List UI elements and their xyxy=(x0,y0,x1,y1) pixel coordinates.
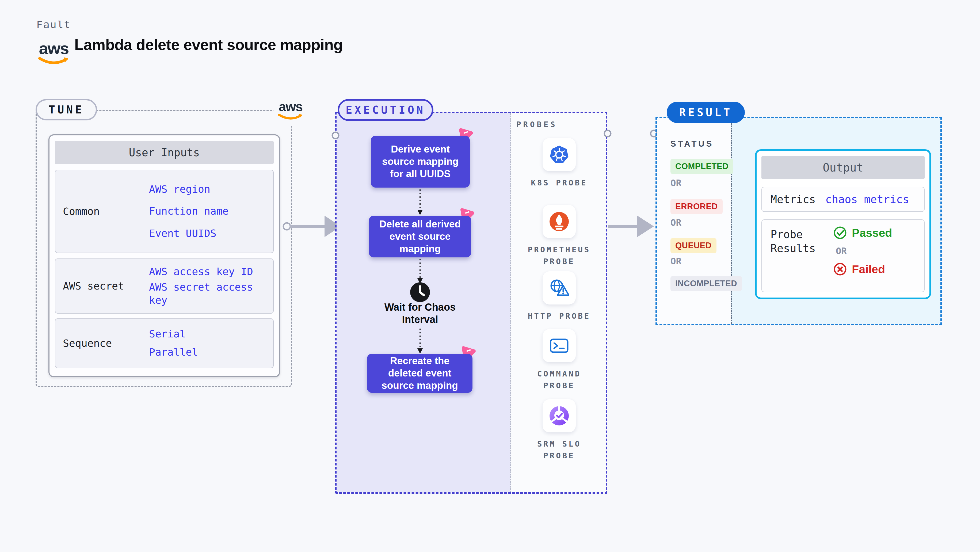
passed-label: Passed xyxy=(852,226,892,239)
handle-circle-icon[interactable] xyxy=(603,129,612,138)
row-label: AWS secret xyxy=(56,259,144,313)
result-pill[interactable]: RESULT xyxy=(667,102,745,123)
input-link-access-key-id[interactable]: AWS access key ID xyxy=(149,265,267,278)
probe-label: COMMAND PROBE xyxy=(526,368,593,391)
clock-icon xyxy=(410,282,430,302)
chaos-metrics-link[interactable]: chaos metrics xyxy=(826,193,909,205)
or-separator: OR xyxy=(670,178,681,188)
probe-card[interactable] xyxy=(542,271,576,304)
flow-node-label: Derive event source mapping for all UUID… xyxy=(371,136,470,188)
probe-results-label: Probe Results xyxy=(770,227,832,255)
flow-node-label: Recreate the deleted event source mappin… xyxy=(367,354,473,393)
table-row-sequence: Sequence Serial Parallel xyxy=(55,318,274,368)
table-row-aws-secret: AWS secret AWS access key ID AWS secret … xyxy=(55,258,274,313)
row-values: Serial Parallel xyxy=(144,319,273,367)
flow-node-recreate: Recreate the deleted event source mappin… xyxy=(367,354,473,393)
output-header: Output xyxy=(761,156,924,179)
probe-label: SRM SLO PROBE xyxy=(526,438,593,461)
status-badge-incompleted: INCOMPLETED xyxy=(670,276,742,291)
metrics-label: Metrics xyxy=(770,193,826,205)
aws-logo: aws xyxy=(37,40,71,66)
srm-slo-icon xyxy=(549,406,569,426)
table-row-common: Common AWS region Function name Event UU… xyxy=(55,170,274,253)
aws-logo-small-text: aws xyxy=(279,100,302,113)
aws-logo-small: aws xyxy=(274,95,308,126)
probe-card[interactable] xyxy=(542,138,576,171)
row-values: AWS region Function name Event UUIDS xyxy=(144,170,273,253)
tune-pill[interactable]: TUNE xyxy=(36,99,97,121)
probe-item-srm-slo[interactable]: SRM SLO PROBE xyxy=(511,399,607,461)
row-label: Common xyxy=(56,170,144,253)
probe-label: PROMETHEUS PROBE xyxy=(526,244,593,267)
passed-line: Passed xyxy=(833,226,892,240)
command-terminal-icon xyxy=(549,337,569,354)
probe-card[interactable] xyxy=(542,205,576,238)
probe-card[interactable] xyxy=(542,329,576,362)
input-link-event-uuids[interactable]: Event UUIDS xyxy=(149,227,267,240)
failed-label: Failed xyxy=(852,263,885,276)
check-circle-icon xyxy=(833,226,847,240)
wait-step-label: Wait for Chaos Interval xyxy=(366,301,474,326)
probe-label: K8S PROBE xyxy=(526,177,593,189)
failed-line: Failed xyxy=(833,262,892,276)
input-link-function-name[interactable]: Function name xyxy=(149,205,267,218)
status-title: STATUS xyxy=(670,139,714,149)
or-separator: OR xyxy=(670,256,681,267)
probe-card[interactable] xyxy=(542,399,576,433)
probe-results-values: Passed OR Failed xyxy=(833,226,892,276)
status-column xyxy=(657,118,731,324)
aws-smile-icon xyxy=(38,57,70,66)
probe-item-k8s[interactable]: K8S PROBE xyxy=(511,138,607,189)
metrics-row: Metrics chaos metrics xyxy=(761,187,924,212)
input-link-secret-access-key[interactable]: AWS secret access key xyxy=(149,281,267,307)
tune-to-execution-arrow xyxy=(281,214,342,239)
page-title: Lambda delete event source mapping xyxy=(75,36,343,54)
input-link-serial[interactable]: Serial xyxy=(149,328,267,340)
status-badge-errored: ERRORED xyxy=(670,199,722,214)
flow-node-label: Delete all derived event source mapping xyxy=(369,216,471,258)
fault-kicker: Fault xyxy=(37,19,71,30)
probe-item-command[interactable]: COMMAND PROBE xyxy=(511,329,607,391)
flow-node-derive: Derive event source mapping for all UUID… xyxy=(371,136,470,188)
flow-arrow-down-icon xyxy=(416,329,424,354)
aws-smile-icon xyxy=(278,113,303,121)
probe-label: HTTP PROBE xyxy=(526,310,593,322)
execution-to-result-arrow xyxy=(608,214,656,239)
probe-item-http[interactable]: HTTP PROBE xyxy=(511,271,607,322)
user-inputs-header: User Inputs xyxy=(55,141,274,164)
flow-arrow-down-icon xyxy=(416,259,424,284)
x-circle-icon xyxy=(833,262,847,276)
row-values: AWS access key ID AWS secret access key xyxy=(144,259,273,313)
fault-diagram: Fault aws Lambda delete event source map… xyxy=(0,0,980,552)
prometheus-icon xyxy=(549,212,569,231)
execution-pill[interactable]: EXECUTION xyxy=(337,99,433,121)
aws-logo-text: aws xyxy=(39,40,68,57)
status-badge-queued: QUEUED xyxy=(670,238,716,253)
flow-arrow-down-icon xyxy=(416,189,424,215)
row-label: Sequence xyxy=(56,319,144,367)
input-link-aws-region[interactable]: AWS region xyxy=(149,183,267,196)
probes-title: PROBES xyxy=(516,120,557,129)
http-globe-icon xyxy=(549,278,570,297)
handle-circle-icon[interactable] xyxy=(331,131,340,140)
or-separator: OR xyxy=(836,246,892,256)
probe-results-row: Probe Results Passed OR Failed xyxy=(761,220,924,292)
status-badge-completed: COMPLETED xyxy=(670,159,733,174)
kubernetes-icon xyxy=(549,145,569,164)
flow-node-delete: Delete all derived event source mapping xyxy=(369,216,471,258)
input-link-parallel[interactable]: Parallel xyxy=(149,346,267,359)
probe-item-prometheus[interactable]: PROMETHEUS PROBE xyxy=(511,205,607,267)
or-separator: OR xyxy=(670,217,681,228)
